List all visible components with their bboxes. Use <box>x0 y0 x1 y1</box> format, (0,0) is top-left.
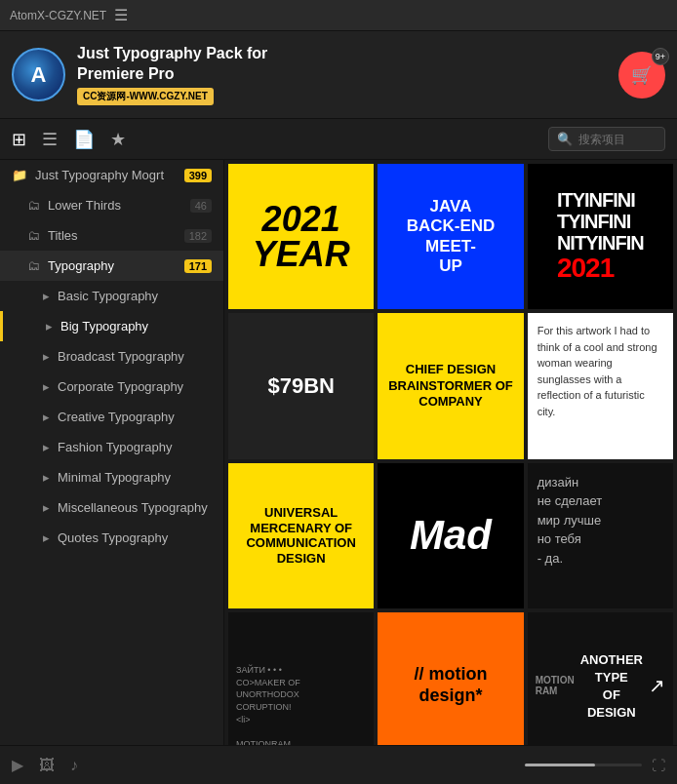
main-layout: 📁 Just Typography Mogrt 399 🗂 Lower Thir… <box>0 160 677 745</box>
sidebar-count-lower-thirds: 46 <box>190 199 212 213</box>
header-badge: CC资源网-WWW.CGZY.NET <box>77 88 214 105</box>
progress-bar <box>525 764 642 766</box>
media-grid: 2021YEAR JAVABACK-ENDMEET-UP ITYINFINITY… <box>228 164 673 745</box>
grid-item-6-text: For this artwork I had to think of a coo… <box>538 323 663 419</box>
sidebar-label-creative: Creative Typography <box>58 410 212 424</box>
sidebar-label-typography: Typography <box>48 258 177 273</box>
content-area: 2021YEAR JAVABACK-ENDMEET-UP ITYINFINITY… <box>224 160 677 745</box>
sub-folder-icon-2: 🗂 <box>27 228 40 243</box>
sidebar-item-fashion[interactable]: ▸ Fashion Typography <box>0 432 223 462</box>
sidebar-root-label: Just Typography Mogrt <box>35 168 177 182</box>
sidebar-label-fashion: Fashion Typography <box>58 440 212 454</box>
sidebar-item-big[interactable]: ▸ Big Typography <box>0 311 223 341</box>
grid-item-8[interactable]: Mad <box>378 463 523 608</box>
grid-item-4[interactable]: $79BN <box>228 313 374 458</box>
header: A Just Typography Pack for Premiere Pro … <box>0 31 677 119</box>
grid-item-2-text: JAVABACK-ENDMEET-UP <box>407 197 496 277</box>
expand-icon[interactable]: ⛶ <box>652 758 665 773</box>
grid-item-5-text: CHIEF DESIGNBRAINSTORMER OFCOMPANY <box>388 362 513 412</box>
grid-item-1-text: 2021YEAR <box>253 202 350 272</box>
grid-item-2[interactable]: JAVABACK-ENDMEET-UP <box>378 164 523 309</box>
sub-icon-minimal: ▸ <box>43 470 50 485</box>
grid-item-10-text: ЗАЙТИ • • •CO>MAKER OFUNORTHODOXCORUPTIO… <box>236 664 366 745</box>
sidebar-item-minimal[interactable]: ▸ Minimal Typography <box>0 462 223 492</box>
sidebar-label-broadcast: Broadcast Typography <box>58 349 212 364</box>
sub-folder-icon-1: 🗂 <box>27 198 40 213</box>
grid-item-8-text: Mad <box>410 512 492 559</box>
sidebar: 📁 Just Typography Mogrt 399 🗂 Lower Thir… <box>0 160 224 745</box>
grid-item-3[interactable]: ITYINFINITYINFININITYINFIN2021 <box>528 164 673 309</box>
grid-item-9[interactable]: дизайнне сделаетмир лучшено тебя- да. <box>528 463 673 608</box>
grid-item-6[interactable]: For this artwork I had to think of a coo… <box>528 313 673 458</box>
sidebar-label-big: Big Typography <box>60 319 212 333</box>
sidebar-label-minimal: Minimal Typography <box>58 470 212 485</box>
toolbar: ⊞ ☰ 📄 ★ 🔍 <box>0 119 677 160</box>
sidebar-item-creative[interactable]: ▸ Creative Typography <box>0 402 223 432</box>
sidebar-label-titles: Titles <box>48 228 177 243</box>
sub-icon-quotes: ▸ <box>43 530 50 545</box>
grid-item-3-text: ITYINFINITYINFININITYINFIN2021 <box>557 189 644 284</box>
filter-icon[interactable]: ⊞ <box>12 129 26 150</box>
sidebar-root-count: 399 <box>184 169 212 182</box>
grid-item-5[interactable]: CHIEF DESIGNBRAINSTORMER OFCOMPANY <box>378 313 523 458</box>
sidebar-item-misc[interactable]: ▸ Miscellaneous Typography <box>0 492 223 523</box>
bottom-bar: ▶ 🖼 ♪ ⛶ <box>0 745 677 784</box>
grid-item-7[interactable]: UNIVERSALMERCENARY OFCOMMUNICATIONDESIGN <box>228 463 374 608</box>
folder-icon: 📁 <box>12 168 27 182</box>
sub-icon-corporate: ▸ <box>43 379 50 394</box>
bottom-right-controls: ⛶ <box>525 758 665 773</box>
sub-icon-fashion: ▸ <box>43 440 50 454</box>
header-title: Just Typography Pack for Premiere Pro <box>77 44 618 85</box>
bottom-image-icon[interactable]: 🖼 <box>39 757 55 774</box>
sub-icon-creative: ▸ <box>43 410 50 424</box>
sidebar-count-titles: 182 <box>184 229 212 243</box>
sidebar-item-titles[interactable]: 🗂 Titles 182 <box>0 220 223 251</box>
search-input[interactable] <box>578 133 657 146</box>
sub-folder-icon-3: 🗂 <box>27 258 40 273</box>
grid-item-4-text: $79BN <box>267 373 334 399</box>
grid-item-7-text: UNIVERSALMERCENARY OFCOMMUNICATIONDESIGN <box>246 505 355 566</box>
file-icon[interactable]: 📄 <box>73 129 95 150</box>
grid-item-11[interactable]: // motiondesign* <box>378 612 523 745</box>
search-bar: 🔍 <box>548 127 665 151</box>
sidebar-root-item[interactable]: 📁 Just Typography Mogrt 399 <box>0 160 223 190</box>
bottom-music-icon[interactable]: ♪ <box>70 757 78 774</box>
app-logo: A <box>12 48 65 101</box>
sub-icon-basic: ▸ <box>43 289 50 303</box>
sidebar-item-lower-thirds[interactable]: 🗂 Lower Thirds 46 <box>0 190 223 220</box>
search-icon: 🔍 <box>557 132 573 146</box>
sidebar-label-corporate: Corporate Typography <box>58 379 212 394</box>
cart-badge: 9+ <box>652 48 669 65</box>
progress-fill <box>525 764 595 766</box>
bottom-play-icon[interactable]: ▶ <box>12 756 23 774</box>
header-info: Just Typography Pack for Premiere Pro CC… <box>77 44 618 106</box>
sidebar-count-typography: 171 <box>184 259 212 273</box>
sub-icon-misc: ▸ <box>43 500 50 515</box>
sidebar-label-basic: Basic Typography <box>58 289 212 303</box>
sidebar-item-quotes[interactable]: ▸ Quotes Typography <box>0 523 223 553</box>
sidebar-item-broadcast[interactable]: ▸ Broadcast Typography <box>0 341 223 372</box>
sub-icon-big: ▸ <box>46 319 53 333</box>
grid-item-1[interactable]: 2021YEAR <box>228 164 374 309</box>
star-icon[interactable]: ★ <box>110 129 126 150</box>
title-bar: AtomX-CGZY.NET ☰ <box>0 0 677 31</box>
menu-icon[interactable]: ☰ <box>114 6 128 24</box>
grid-item-9-text: дизайнне сделаетмир лучшено тебя- да. <box>538 473 602 568</box>
list-icon[interactable]: ☰ <box>42 129 58 150</box>
sidebar-label-quotes: Quotes Typography <box>58 530 212 545</box>
app-name: AtomX-CGZY.NET <box>10 9 106 22</box>
sidebar-item-corporate[interactable]: ▸ Corporate Typography <box>0 372 223 402</box>
sidebar-label-misc: Miscellaneous Typography <box>58 500 212 515</box>
sidebar-item-typography[interactable]: 🗂 Typography 171 <box>0 251 223 281</box>
sidebar-label-lower-thirds: Lower Thirds <box>48 198 182 213</box>
sub-icon-broadcast: ▸ <box>43 349 50 364</box>
cart-button[interactable]: 🛒 9+ <box>618 52 665 98</box>
grid-item-10[interactable]: ЗАЙТИ • • •CO>MAKER OFUNORTHODOXCORUPTIO… <box>228 612 374 745</box>
grid-item-11-text: // motiondesign* <box>414 664 487 706</box>
sidebar-item-basic[interactable]: ▸ Basic Typography <box>0 281 223 311</box>
grid-item-12[interactable]: MOTIONRAM ANOTHERTYPEOFDESIGN ↗ <box>528 612 673 745</box>
